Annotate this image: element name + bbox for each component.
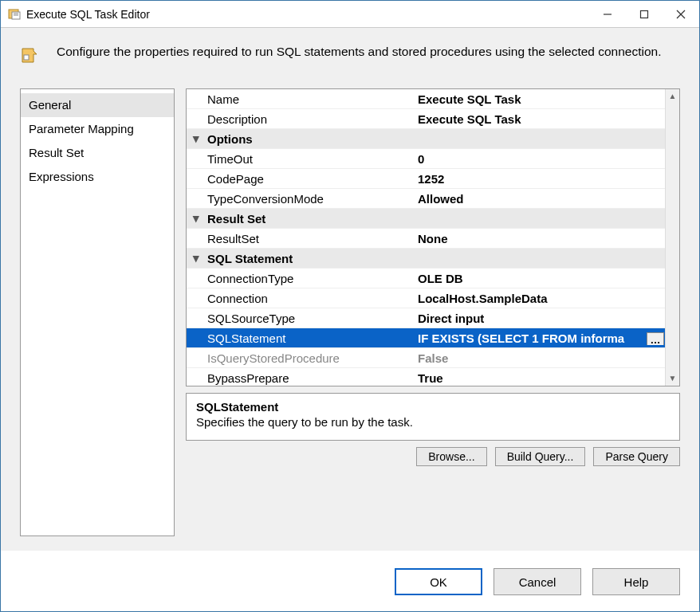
- property-value[interactable]: True: [413, 371, 665, 385]
- scroll-down-icon[interactable]: ▼: [666, 371, 679, 386]
- maximize-button[interactable]: [626, 1, 663, 27]
- query-buttons: Browse... Build Query... Parse Query: [186, 447, 680, 466]
- chevron-down-icon[interactable]: ▾: [187, 251, 206, 265]
- main-panel: NameExecute SQL TaskDescriptionExecute S…: [186, 88, 680, 536]
- side-item-parameter-mapping[interactable]: Parameter Mapping: [21, 117, 174, 141]
- property-row[interactable]: ConnectionTypeOLE DB: [187, 269, 665, 288]
- category-label: Options: [206, 132, 413, 146]
- close-button[interactable]: [663, 1, 699, 27]
- window-controls: [589, 1, 699, 27]
- property-name: Connection: [206, 292, 413, 305]
- property-row[interactable]: SQLSourceTypeDirect input: [187, 308, 665, 328]
- property-row[interactable]: TimeOut0: [187, 149, 665, 169]
- side-item-expressions[interactable]: Expressions: [21, 165, 174, 189]
- property-row[interactable]: SQLStatementIF EXISTS (SELECT 1 FROM inf…: [187, 328, 665, 348]
- chevron-down-icon[interactable]: ▾: [187, 131, 206, 146]
- property-value[interactable]: LocalHost.SampleData: [413, 292, 665, 305]
- dialog-buttons: OK Cancel Help: [1, 551, 699, 611]
- browse-button[interactable]: Browse...: [416, 447, 486, 466]
- property-row[interactable]: IsQueryStoredProcedureFalse: [187, 348, 665, 368]
- category-row[interactable]: ▾Options: [187, 129, 665, 149]
- property-row[interactable]: BypassPrepareTrue: [187, 368, 665, 386]
- category-label: SQL Statement: [206, 252, 413, 265]
- property-name: TypeConversionMode: [206, 192, 413, 206]
- cancel-button[interactable]: Cancel: [494, 568, 581, 595]
- help-button[interactable]: Help: [592, 568, 680, 595]
- ok-button[interactable]: OK: [395, 568, 482, 595]
- property-name: ConnectionType: [206, 272, 413, 285]
- side-panel: General Parameter Mapping Result Set Exp…: [20, 88, 175, 536]
- property-row[interactable]: DescriptionExecute SQL Task: [187, 109, 665, 129]
- property-value[interactable]: Execute SQL Task: [413, 92, 665, 106]
- dialog-window: Execute SQL Task Editor Configure the pr…: [0, 0, 700, 612]
- header: Configure the properties required to run…: [20, 42, 680, 66]
- category-row[interactable]: ▾SQL Statement: [187, 249, 665, 269]
- parse-query-button[interactable]: Parse Query: [593, 447, 680, 466]
- property-row[interactable]: TypeConversionModeAllowed: [187, 189, 665, 209]
- property-value[interactable]: OLE DB: [413, 272, 665, 285]
- property-name: CodePage: [206, 172, 413, 186]
- description-title: SQLStatement: [196, 400, 670, 414]
- header-text: Configure the properties required to run…: [57, 42, 662, 66]
- side-item-general[interactable]: General: [21, 93, 174, 117]
- titlebar: Execute SQL Task Editor: [1, 1, 699, 28]
- property-row[interactable]: NameExecute SQL Task: [187, 89, 665, 109]
- description-panel: SQLStatement Specifies the query to be r…: [186, 393, 680, 441]
- property-name: IsQueryStoredProcedure: [206, 351, 413, 365]
- app-icon: [7, 7, 22, 22]
- content-area: Configure the properties required to run…: [1, 28, 699, 551]
- property-name: Name: [206, 92, 413, 106]
- scrollbar[interactable]: ▲ ▼: [665, 89, 679, 386]
- property-value[interactable]: 1252: [413, 172, 665, 186]
- minimize-button[interactable]: [589, 1, 626, 27]
- side-item-result-set[interactable]: Result Set: [21, 141, 174, 165]
- property-name: ResultSet: [206, 232, 413, 245]
- description-body: Specifies the query to be run by the tas…: [196, 415, 670, 429]
- property-value[interactable]: IF EXISTS (SELECT 1 FROM informa…: [413, 332, 665, 345]
- svg-rect-8: [24, 55, 29, 60]
- property-name: Description: [206, 112, 413, 126]
- property-name: BypassPrepare: [206, 371, 413, 385]
- category-row[interactable]: ▾Result Set: [187, 209, 665, 229]
- category-label: Result Set: [206, 212, 413, 226]
- svg-rect-5: [641, 10, 648, 18]
- ellipsis-button[interactable]: …: [647, 332, 664, 345]
- property-value[interactable]: Execute SQL Task: [413, 112, 665, 126]
- property-grid: NameExecute SQL TaskDescriptionExecute S…: [186, 88, 680, 386]
- property-row[interactable]: ConnectionLocalHost.SampleData: [187, 288, 665, 308]
- property-value[interactable]: 0: [413, 152, 665, 166]
- property-value[interactable]: Direct input: [413, 312, 665, 325]
- build-query-button[interactable]: Build Query...: [495, 447, 586, 466]
- property-name: SQLSourceType: [206, 312, 413, 325]
- task-icon: [20, 45, 41, 66]
- property-row[interactable]: ResultSetNone: [187, 229, 665, 249]
- chevron-down-icon[interactable]: ▾: [187, 211, 206, 226]
- body: General Parameter Mapping Result Set Exp…: [20, 88, 680, 536]
- property-value[interactable]: Allowed: [413, 192, 665, 206]
- scroll-up-icon[interactable]: ▲: [666, 89, 679, 104]
- property-row[interactable]: CodePage1252: [187, 169, 665, 189]
- property-name: TimeOut: [206, 152, 413, 166]
- property-value[interactable]: None: [413, 232, 665, 245]
- window-title: Execute SQL Task Editor: [26, 8, 589, 21]
- property-name: SQLStatement: [206, 332, 413, 345]
- property-value[interactable]: False: [413, 351, 665, 365]
